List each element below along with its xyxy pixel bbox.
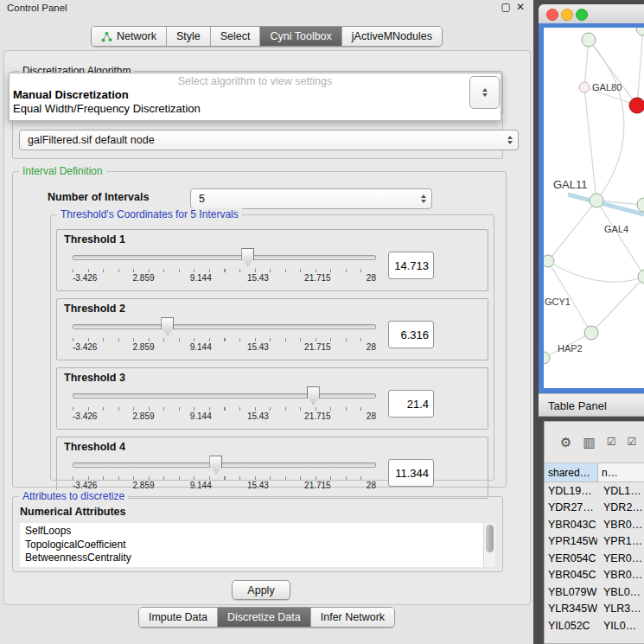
list-scrollbar[interactable] (483, 523, 495, 567)
node[interactable] (636, 28, 644, 35)
network-nodes (544, 28, 644, 364)
network-canvas[interactable]: GAL80 GAL11 GAL4 GCY1 HAP2 (544, 28, 644, 388)
table-row[interactable]: YER054CYER0… (545, 550, 644, 567)
tab-label: Discretize Data (227, 611, 301, 623)
scale-tick-label: 15.43 (247, 273, 269, 283)
column-header-name[interactable]: n… (598, 463, 644, 481)
table-row[interactable]: YBR043CYBR0… (545, 516, 644, 533)
tab-network[interactable]: Network (92, 27, 166, 46)
table-cell: YDR27… (545, 500, 597, 517)
slider-track[interactable] (73, 324, 376, 329)
scale-tick-label: 21.715 (304, 481, 331, 490)
tab-infer-network[interactable]: Infer Network (310, 608, 394, 627)
zoom-traffic-light[interactable] (576, 9, 588, 21)
columns-icon[interactable]: ▥ (583, 436, 595, 449)
node[interactable] (638, 270, 644, 284)
node-gal11[interactable] (590, 194, 603, 207)
slider-ticks (73, 338, 376, 341)
tab-discretize-data[interactable]: Discretize Data (217, 608, 310, 627)
threshold-block: Threshold 2 -3.4262.8599.14415.4321.7152… (56, 298, 488, 360)
slider-thumb[interactable] (161, 317, 174, 335)
slider-thumb[interactable] (241, 248, 254, 266)
scale-tick-label: 9.144 (190, 273, 212, 283)
node-gal4[interactable] (637, 198, 644, 212)
attribute-list-item[interactable]: TopologicalCoefficient (25, 539, 481, 552)
slider-thumb[interactable] (209, 456, 222, 474)
table-row[interactable]: YPR145WYPR1… (545, 533, 644, 551)
scale-tick-label: 2.859 (133, 411, 155, 421)
close-traffic-light[interactable] (546, 9, 558, 21)
node-gcy1[interactable] (544, 255, 554, 267)
tab-label: Network (117, 30, 156, 42)
threshold-block: Threshold 1 -3.4262.8599.14415.4321.7152… (56, 229, 488, 291)
node-label-gal4: GAL4 (604, 224, 628, 234)
column-header-shared-name[interactable]: shared… (545, 463, 598, 481)
attribute-list-item[interactable]: SelfLoops (25, 525, 481, 539)
scale-tick-label: 9.144 (190, 411, 212, 421)
scale-tick-label: 28 (367, 342, 376, 352)
scale-tick-label: 28 (367, 481, 376, 490)
dropdown-option-manual-discretization[interactable]: Manual Discretization (10, 88, 501, 102)
threshold-value-field[interactable]: 11.344 (388, 459, 434, 487)
algorithm-combobox[interactable] (469, 76, 500, 109)
network-focus-frame: GAL80 GAL11 GAL4 GCY1 HAP2 (539, 23, 644, 393)
interval-definition-title: Interval Definition (19, 165, 106, 177)
checkbox-icon[interactable]: ☑ (627, 436, 636, 449)
node[interactable] (544, 352, 550, 364)
minimize-traffic-light[interactable] (561, 9, 573, 21)
close-window-icon[interactable]: ✕ (516, 1, 525, 13)
bottom-tab-row: Impute Data Discretize Data Infer Networ… (0, 607, 533, 628)
node[interactable] (582, 33, 596, 47)
slider-track[interactable] (73, 255, 376, 260)
threshold-slider[interactable]: -3.4262.8599.14415.4321.71528 (73, 386, 376, 422)
threshold-slider[interactable]: -3.4262.8599.14415.4321.71528 (73, 247, 376, 284)
threshold-slider[interactable]: -3.4262.8599.14415.4321.71528 (73, 316, 376, 353)
attribute-list-item[interactable]: BetweennessCentrality (25, 552, 481, 565)
slider-track[interactable] (73, 393, 376, 399)
combo-stepper-icon (482, 88, 488, 97)
gear-icon[interactable]: ⚙ (560, 436, 571, 449)
node-gal80[interactable] (579, 82, 590, 92)
slider-thumb[interactable] (307, 386, 320, 405)
table-cell: YBL079W (545, 583, 597, 601)
attributes-group-title: Attributes to discretize (19, 490, 128, 502)
scale-tick-label: 15.43 (247, 342, 269, 352)
threshold-value-field[interactable]: 14.713 (388, 252, 434, 279)
combo-stepper-icon (507, 136, 513, 144)
number-of-intervals-combobox[interactable]: 5 (190, 188, 432, 209)
dropdown-option-equal-width-frequency[interactable]: Equal Width/Frequency Discretization (10, 102, 501, 116)
table-cell: YIL0… (597, 617, 644, 634)
threshold-label: Threshold 3 (64, 372, 481, 385)
table-row[interactable]: YLR345WYLR3… (545, 601, 644, 618)
window-title: Control Panel (7, 3, 67, 13)
table-data-combobox[interactable]: galFiltered.sif default node (19, 130, 519, 150)
tab-label: Cyni Toolbox (270, 30, 331, 42)
table-row[interactable]: YDR27…YDR2… (545, 500, 644, 517)
table-row[interactable]: YIL052CYIL0… (545, 617, 644, 634)
tab-cyni-toolbox[interactable]: Cyni Toolbox (259, 27, 341, 46)
threshold-value-field[interactable]: 6.316 (388, 321, 434, 348)
selected-red-node[interactable] (629, 98, 644, 113)
threshold-label: Threshold 2 (64, 303, 481, 316)
number-of-intervals-value: 5 (199, 193, 205, 205)
node-hap2[interactable] (584, 326, 598, 340)
tab-style[interactable]: Style (166, 27, 210, 46)
slider-track[interactable] (73, 462, 376, 468)
select-all-checkbox-icon[interactable]: ☑ (607, 436, 616, 449)
table-row[interactable]: YBR045CYBR0… (545, 567, 644, 584)
table-row[interactable]: YDL19…YDL1… (545, 482, 644, 500)
table-cell: YPR145W (545, 533, 597, 551)
table-row[interactable]: YBL079WYBL0… (545, 583, 644, 601)
tab-impute-data[interactable]: Impute Data (139, 608, 217, 627)
slider-scale-labels: -3.4262.8599.14415.4321.71528 (73, 342, 376, 352)
float-window-icon[interactable]: ▢ (501, 1, 511, 13)
threshold-slider[interactable]: -3.4262.8599.14415.4321.71528 (73, 455, 376, 491)
highlighted-edge[interactable] (568, 194, 644, 214)
threshold-value-field[interactable]: 21.4 (388, 390, 434, 418)
tab-jactivemnodules[interactable]: jActiveMNodules (341, 27, 442, 46)
scrollbar-thumb[interactable] (486, 525, 494, 552)
tab-select[interactable]: Select (210, 27, 260, 46)
apply-button[interactable]: Apply (232, 580, 290, 600)
network-graph: GAL80 GAL11 GAL4 GCY1 HAP2 (544, 28, 644, 388)
table-cell: YBR045C (545, 567, 597, 584)
